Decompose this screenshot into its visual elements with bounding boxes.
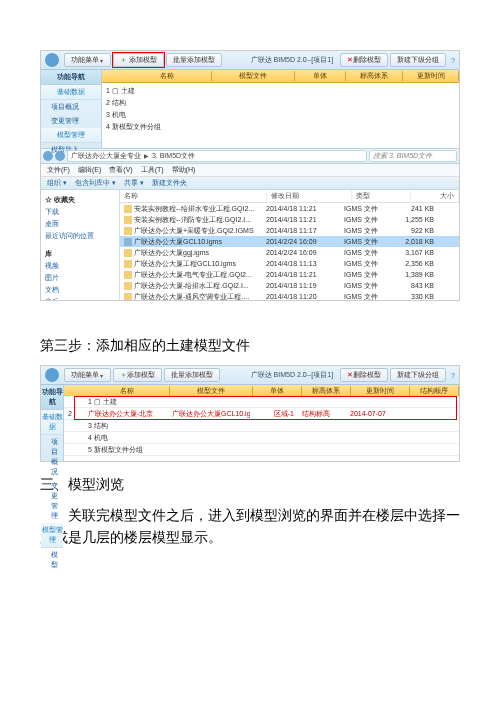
sidebar: 功能导航 基础数据 项目概况 变更管理 模型管理 模型导入 (41, 385, 64, 461)
chevron-down-icon: ▾ (100, 372, 103, 379)
file-row[interactable]: 安装实例教程--给排水专业工程.GQI2...2014/4/18 11:21IG… (120, 203, 459, 214)
batch-add-button[interactable]: 批量添加模型 (166, 53, 222, 67)
data-row[interactable]: 2 广联达办公大厦-北京 广联达办公大厦GCL10.igms 区域-1 结构标高… (64, 408, 459, 420)
file-icon (124, 293, 132, 301)
grid-header: 名称 模型文件 单体 标高体系 更新时间 (102, 70, 459, 83)
tree-row: 4 新模型文件分组 (106, 121, 455, 133)
explorer-sidebar[interactable]: ☆ 收藏夹 下载 桌面 最近访问的位置 库 视频 图片 文档 音乐 (41, 190, 120, 300)
tree-row: 1 ▢ 土建 (106, 85, 455, 97)
file-icon (124, 260, 132, 268)
grid-tree[interactable]: 1 ▢ 土建 2 结构 3 机电 4 新模型文件分组 (102, 83, 459, 135)
file-icon (124, 271, 132, 279)
sidebar-item-change[interactable]: 变更管理 (41, 114, 101, 128)
plus-icon: ＋ (120, 55, 127, 65)
batch-add-button[interactable]: 批量添加模型 (164, 368, 220, 382)
tree-row: 2 结构 (106, 97, 455, 109)
file-row[interactable]: 广联达办公大厦GCL10.igms2014/2/24 16:09IGMS 文件2… (120, 236, 459, 247)
grid-header-2: 名称 模型文件 单体 标高体系 更新时间 结构顺序 (64, 385, 459, 396)
step-3-heading: 第三步：添加相应的土建模型文件 (40, 337, 460, 355)
file-list[interactable]: 安装实例教程--给排水专业工程.GQI2...2014/4/18 11:21IG… (120, 203, 459, 300)
plus-icon: ＋ (120, 370, 127, 380)
file-icon (124, 216, 132, 224)
app-title: 广联达 BIM5D 2.0--[项目1] (251, 55, 333, 65)
sidebar-item-overview[interactable]: 项目概况 (41, 100, 101, 114)
add-model-button[interactable]: ＋ 添加模型 (113, 368, 162, 382)
create-group-button[interactable]: 新建下级分组 (390, 53, 446, 67)
file-icon (124, 238, 132, 246)
menu-dropdown[interactable]: 功能菜单 ▾ (64, 368, 111, 382)
file-row[interactable]: 广联达办公大厦-电气专业工程.GQI2...2014/4/18 11:21IGM… (120, 269, 459, 280)
file-icon (124, 227, 132, 235)
del-model-button[interactable]: ✕ 删除模型 (340, 368, 388, 382)
explorer-toolbar[interactable]: 组织 ▾包含到库中 ▾共享 ▾新建文件夹 (41, 177, 459, 190)
file-icon (124, 282, 132, 290)
section-3-paragraph: 关联完模型文件之后，进入到模型浏览的界面并在楼层中选择一层或是几层的楼层模型显示… (40, 504, 460, 548)
main-grid: 名称 模型文件 单体 标高体系 更新时间 1 ▢ 土建 2 结构 3 机电 4 … (102, 70, 459, 148)
sidebar-group-base[interactable]: 基础数据 (41, 85, 101, 100)
file-explorer: 广联达办公大厦全专业 ▶ 3. BIM5D文件 搜索 3. BIM5D文件 文件… (41, 148, 459, 300)
app-titlebar: 功能菜单 ▾ ＋ 添加模型 批量添加模型 广联达 BIM5D 2.0--[项目1… (41, 51, 459, 70)
search-input[interactable]: 搜索 3. BIM5D文件 (369, 150, 457, 162)
help-icon[interactable]: ? (451, 372, 455, 379)
screenshot-2: 功能菜单 ▾ ＋ 添加模型 批量添加模型 广联达 BIM5D 2.0--[项目1… (40, 365, 460, 462)
file-row[interactable]: 广联达办公大厦-通风空调专业工程....2014/4/18 11:20IGMS … (120, 291, 459, 300)
file-row[interactable]: 广联达办公大厦工程GCL10.igms2014/4/18 11:13IGMS 文… (120, 258, 459, 269)
breadcrumb[interactable]: 广联达办公大厦全专业 ▶ 3. BIM5D文件 (67, 150, 367, 162)
add-model-button[interactable]: ＋ 添加模型 (113, 53, 164, 67)
file-icon (124, 205, 132, 213)
nav-fwd-icon[interactable] (55, 151, 65, 161)
screenshot-1: 功能菜单 ▾ ＋ 添加模型 批量添加模型 广联达 BIM5D 2.0--[项目1… (40, 50, 460, 301)
explorer-menubar[interactable]: 文件(F)编辑(E)查看(V)工具(T)帮助(H) (41, 164, 459, 177)
menu-dropdown[interactable]: 功能菜单 ▾ (64, 53, 111, 67)
app-titlebar-2: 功能菜单 ▾ ＋ 添加模型 批量添加模型 广联达 BIM5D 2.0--[项目1… (41, 366, 459, 385)
file-icon (124, 249, 132, 257)
app-logo-icon (45, 368, 59, 382)
nav-back-icon[interactable] (43, 151, 53, 161)
file-row[interactable]: 广联达办公大厦+采暖专业.GQI2.IGMS2014/4/18 11:17IGM… (120, 225, 459, 236)
file-row[interactable]: 安装实例教程--消防专业工程.GQI2.I...2014/4/18 11:21I… (120, 214, 459, 225)
tree-row: 3 机电 (106, 109, 455, 121)
explorer-columns[interactable]: 名称 修改日期 类型 大小 (120, 190, 459, 203)
del-model-button[interactable]: ✕ 删除模型 (340, 53, 388, 67)
file-row[interactable]: 广联达办公大厦-给排水工程.GQI2.I...2014/4/18 11:19IG… (120, 280, 459, 291)
create-group-button[interactable]: 新建下级分组 (390, 368, 446, 382)
app-logo-icon (45, 53, 59, 67)
sidebar-title: 功能导航 (41, 70, 101, 85)
app-title: 广联达 BIM5D 2.0--[项目1] (251, 370, 333, 380)
sidebar-group-model[interactable]: 模型管理 (41, 128, 101, 143)
main-grid-2: 名称 模型文件 单体 标高体系 更新时间 结构顺序 1 ▢ 土建 2 广联达办公… (64, 385, 459, 461)
chevron-down-icon: ▾ (100, 57, 103, 64)
help-icon[interactable]: ? (451, 57, 455, 64)
sidebar: 功能导航 基础数据 项目概况 变更管理 模型管理 模型导入 (41, 70, 102, 148)
section-3-heading: 三、模型浏览 (40, 476, 460, 494)
file-row[interactable]: 广联达办公大厦ggj.igms2014/2/24 16:09IGMS 文件3,1… (120, 247, 459, 258)
